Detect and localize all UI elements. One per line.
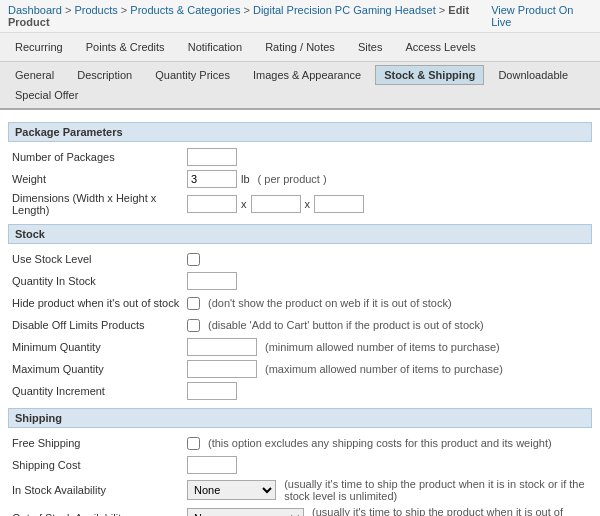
label-use-stock: Use Stock Level xyxy=(12,253,187,265)
row-shipping-cost: Shipping Cost xyxy=(8,454,592,476)
row-qty-increment: Quantity Increment xyxy=(8,380,592,402)
section-package-params: Package Parameters xyxy=(8,122,592,142)
field-free-shipping: (this option excludes any shipping costs… xyxy=(187,437,588,450)
label-qty-increment: Quantity Increment xyxy=(12,385,187,397)
field-min-qty: (minimum allowed number of items to purc… xyxy=(187,338,588,356)
tab-description[interactable]: Description xyxy=(68,65,141,85)
label-in-stock-avail: In Stock Availability xyxy=(12,484,187,496)
label-disable-off-limits: Disable Off Limits Products xyxy=(12,319,187,331)
input-shipping-cost[interactable] xyxy=(187,456,237,474)
label-dimensions: Dimensions (Width x Height x Length) xyxy=(12,192,187,216)
row-num-packages: Number of Packages xyxy=(8,146,592,168)
input-max-qty[interactable] xyxy=(187,360,257,378)
tab-general[interactable]: General xyxy=(6,65,63,85)
field-out-stock-avail: None (usually it's time to ship the prod… xyxy=(187,506,588,516)
breadcrumb-text: Dashboard > Products > Products & Catego… xyxy=(8,4,491,28)
field-use-stock xyxy=(187,253,588,266)
field-qty-in-stock xyxy=(187,272,588,290)
tab-row-2: General Description Quantity Prices Imag… xyxy=(0,62,600,110)
tab-rating-notes[interactable]: Rating / Notes xyxy=(256,37,344,57)
label-weight: Weight xyxy=(12,173,187,185)
input-min-qty[interactable] xyxy=(187,338,257,356)
input-height[interactable] xyxy=(251,195,301,213)
row-disable-off-limits: Disable Off Limits Products (disable 'Ad… xyxy=(8,314,592,336)
field-in-stock-avail: None (usually it's time to ship the prod… xyxy=(187,478,588,502)
dim-sep-2: x xyxy=(305,198,311,210)
row-dimensions: Dimensions (Width x Height x Length) x x xyxy=(8,190,592,218)
section-stock: Stock xyxy=(8,224,592,244)
select-in-stock-avail[interactable]: None xyxy=(187,480,276,500)
checkbox-use-stock[interactable] xyxy=(187,253,200,266)
checkbox-hide-out-of-stock[interactable] xyxy=(187,297,200,310)
checkbox-disable-off-limits[interactable] xyxy=(187,319,200,332)
note-in-stock-avail: (usually it's time to ship the product w… xyxy=(284,478,588,502)
field-disable-off-limits: (disable 'Add to Cart' button if the pro… xyxy=(187,319,588,332)
tab-points-credits[interactable]: Points & Credits xyxy=(77,37,174,57)
note-max-qty: (maximum allowed number of items to purc… xyxy=(265,363,503,375)
row-free-shipping: Free Shipping (this option excludes any … xyxy=(8,432,592,454)
label-qty-in-stock: Quantity In Stock xyxy=(12,275,187,287)
view-product-link[interactable]: View Product On Live xyxy=(491,4,592,28)
note-out-stock-avail: (usually it's time to ship the product w… xyxy=(312,506,588,516)
row-max-qty: Maximum Quantity (maximum allowed number… xyxy=(8,358,592,380)
dim-sep-1: x xyxy=(241,198,247,210)
row-use-stock: Use Stock Level xyxy=(8,248,592,270)
tab-access-levels[interactable]: Access Levels xyxy=(396,37,484,57)
input-length[interactable] xyxy=(314,195,364,213)
note-hide-out-of-stock: (don't show the product on web if it is … xyxy=(208,297,452,309)
field-weight: lb ( per product ) xyxy=(187,170,588,188)
tab-downloadable[interactable]: Downloadable xyxy=(489,65,577,85)
breadcrumb: Dashboard > Products > Products & Catego… xyxy=(0,0,600,33)
field-max-qty: (maximum allowed number of items to purc… xyxy=(187,360,588,378)
tab-stock-shipping[interactable]: Stock & Shipping xyxy=(375,65,484,85)
tab-images-appearance[interactable]: Images & Appearance xyxy=(244,65,370,85)
label-num-packages: Number of Packages xyxy=(12,151,187,163)
row-out-stock-avail: Out of Stock Availability None (usually … xyxy=(8,504,592,516)
label-hide-out-of-stock: Hide product when it's out of stock xyxy=(12,297,187,309)
label-max-qty: Maximum Quantity xyxy=(12,363,187,375)
label-free-shipping: Free Shipping xyxy=(12,437,187,449)
tab-recurring[interactable]: Recurring xyxy=(6,37,72,57)
row-weight: Weight lb ( per product ) xyxy=(8,168,592,190)
input-width[interactable] xyxy=(187,195,237,213)
tab-notification[interactable]: Notification xyxy=(179,37,251,57)
breadcrumb-dashboard[interactable]: Dashboard xyxy=(8,4,62,16)
row-hide-out-of-stock: Hide product when it's out of stock (don… xyxy=(8,292,592,314)
label-min-qty: Minimum Quantity xyxy=(12,341,187,353)
field-num-packages xyxy=(187,148,588,166)
row-qty-in-stock: Quantity In Stock xyxy=(8,270,592,292)
input-qty-increment[interactable] xyxy=(187,382,237,400)
input-num-packages[interactable] xyxy=(187,148,237,166)
tab-special-offer[interactable]: Special Offer xyxy=(6,85,87,105)
input-weight[interactable] xyxy=(187,170,237,188)
label-out-stock-avail: Out of Stock Availability xyxy=(12,512,187,516)
field-dimensions: x x xyxy=(187,195,588,213)
select-out-stock-avail[interactable]: None xyxy=(187,508,304,516)
breadcrumb-products[interactable]: Products xyxy=(74,4,117,16)
field-shipping-cost xyxy=(187,456,588,474)
field-hide-out-of-stock: (don't show the product on web if it is … xyxy=(187,297,588,310)
note-disable-off-limits: (disable 'Add to Cart' button if the pro… xyxy=(208,319,484,331)
note-free-shipping: (this option excludes any shipping costs… xyxy=(208,437,552,449)
label-shipping-cost: Shipping Cost xyxy=(12,459,187,471)
main-content: Package Parameters Number of Packages We… xyxy=(0,110,600,516)
tab-row-1: Recurring Points & Credits Notification … xyxy=(0,33,600,62)
note-min-qty: (minimum allowed number of items to purc… xyxy=(265,341,500,353)
input-qty-in-stock[interactable] xyxy=(187,272,237,290)
breadcrumb-product-name[interactable]: Digital Precision PC Gaming Headset xyxy=(253,4,436,16)
tab-sites[interactable]: Sites xyxy=(349,37,391,57)
row-in-stock-avail: In Stock Availability None (usually it's… xyxy=(8,476,592,504)
weight-unit: lb xyxy=(241,173,250,185)
field-qty-increment xyxy=(187,382,588,400)
section-shipping: Shipping xyxy=(8,408,592,428)
weight-note: ( per product ) xyxy=(258,173,327,185)
breadcrumb-categories[interactable]: Products & Categories xyxy=(130,4,240,16)
row-min-qty: Minimum Quantity (minimum allowed number… xyxy=(8,336,592,358)
checkbox-free-shipping[interactable] xyxy=(187,437,200,450)
tab-quantity-prices[interactable]: Quantity Prices xyxy=(146,65,239,85)
